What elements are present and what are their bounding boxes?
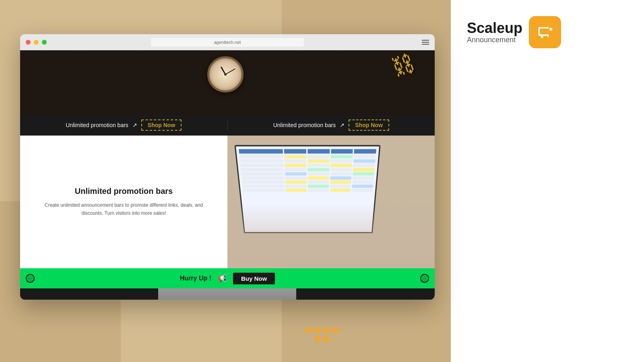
content-right: [227, 136, 435, 268]
screen-data-row: [241, 172, 374, 175]
brand-header: Scaleup Announcement: [467, 16, 561, 48]
screen-data-row: [240, 159, 376, 163]
megaphone-icon: 📢: [218, 274, 227, 283]
clock-center-dot: [224, 73, 227, 76]
screen-data-row: [242, 177, 374, 180]
footer-center: [158, 288, 296, 300]
prev-arrow-button[interactable]: ←: [26, 274, 35, 283]
person-overlay: [227, 204, 435, 268]
pagination-dots: [306, 327, 338, 342]
hamburger-menu-icon[interactable]: [422, 40, 429, 45]
external-link-icon-right: ↗: [340, 122, 345, 128]
clock-decoration: [207, 56, 248, 97]
browser-content: ⛓ Unlimited promotion bars ↗ Shop Now Un…: [20, 50, 435, 300]
promo-bar: Unlimited promotion bars ↗ Shop Now Unli…: [20, 115, 435, 136]
brand-icon-box: [529, 16, 561, 48]
brand-title: Scaleup: [467, 20, 522, 36]
url-text: agenttech.net: [214, 40, 241, 45]
external-link-icon-left: ↗: [132, 122, 137, 128]
traffic-light-red[interactable]: [26, 40, 31, 45]
shop-now-button-left[interactable]: Shop Now: [141, 119, 182, 131]
screen-data-row: [241, 168, 375, 171]
footer-area: [20, 288, 435, 300]
promo-bar-right: Unlimited promotion bars ↗ Shop Now: [228, 119, 435, 131]
footer-right: [296, 288, 434, 300]
promo-bar-left-text: Unlimited promotion bars: [66, 122, 128, 128]
brand-subtitle: Announcement: [467, 36, 522, 44]
hero-image-area: ⛓: [20, 50, 435, 115]
promo-bar-right-text: Unlimited promotion bars: [273, 122, 336, 128]
screen-data-row: [239, 155, 376, 158]
browser-window: agenttech.net ⛓: [20, 34, 435, 300]
main-heading: Unlimited promotion bars: [75, 187, 173, 196]
browser-chrome: agenttech.net: [20, 34, 435, 50]
dot-6[interactable]: [324, 336, 329, 342]
announcement-bar: ← Hurry Up ! 📢 Buy Now →: [20, 268, 435, 288]
dot-3[interactable]: [324, 327, 329, 333]
dot-4[interactable]: [332, 327, 338, 333]
address-bar[interactable]: agenttech.net: [151, 38, 304, 47]
person-laptop-image: [227, 136, 435, 268]
traffic-light-yellow[interactable]: [34, 40, 39, 45]
content-left: Unlimited promotion bars Create unlimite…: [20, 136, 227, 268]
footer-left: [20, 288, 158, 300]
dot-1[interactable]: [306, 327, 312, 333]
buy-now-button[interactable]: Buy Now: [233, 273, 275, 284]
main-content-area: Unlimited promotion bars Create unlimite…: [20, 136, 435, 268]
screen-data-row: [242, 181, 374, 184]
clock-minute-hand: [225, 68, 235, 75]
announcement-text: Hurry Up !: [180, 275, 211, 282]
clock-face: [207, 56, 244, 93]
promo-bar-left: Unlimited promotion bars ↗ Shop Now: [20, 119, 228, 131]
screen-data-row: [240, 164, 375, 167]
dot-2[interactable]: [315, 327, 320, 333]
megaphone-brand-icon: [536, 23, 554, 41]
screen-data-row: [242, 185, 373, 188]
next-arrow-button[interactable]: →: [420, 274, 429, 283]
svg-point-0: [549, 28, 552, 31]
right-panel: Scaleup Announcement: [451, 0, 644, 362]
dot-5[interactable]: [315, 336, 320, 342]
shop-now-button-right[interactable]: Shop Now: [349, 119, 389, 131]
screen-data-row: [243, 189, 373, 192]
main-description: Create unlimited announcement bars to pr…: [36, 202, 211, 217]
screen-header-row: [239, 149, 376, 154]
traffic-light-green[interactable]: [42, 40, 47, 45]
